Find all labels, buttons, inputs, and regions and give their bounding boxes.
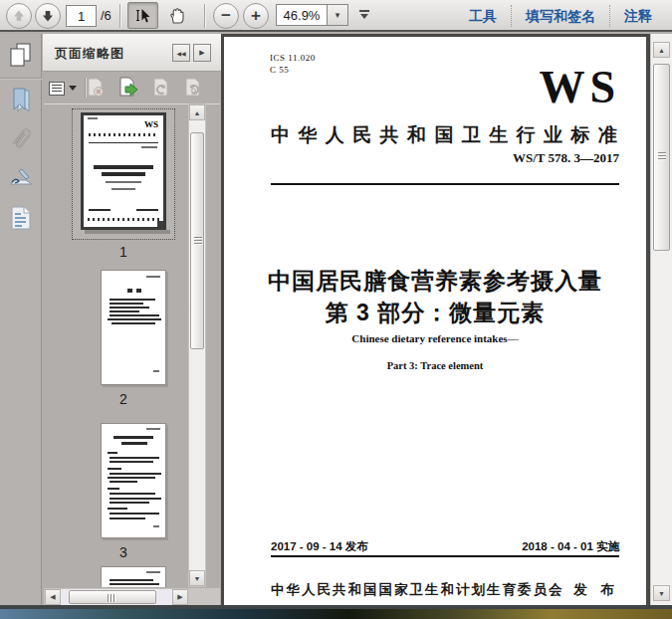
extract-page-button[interactable] — [115, 76, 141, 100]
next-page-button[interactable] — [35, 3, 61, 29]
page-number-input[interactable] — [66, 5, 97, 27]
scrollbar-corner — [189, 588, 220, 606]
page-count-label: /6 — [101, 0, 112, 32]
thumbnails-horizontal-scrollbar[interactable]: ◀ ▶ — [44, 588, 189, 606]
scrollbar-thumb[interactable] — [69, 590, 156, 604]
thumbnails-toolbar — [43, 72, 221, 103]
panel-title: 页面缩略图 — [55, 45, 124, 63]
thumbnail-page-3[interactable] — [101, 423, 166, 538]
double-left-arrow-icon: ◀◀ — [176, 50, 185, 57]
select-tool-button[interactable] — [127, 2, 158, 29]
arrow-up-icon — [11, 8, 27, 24]
standard-number: WS/T 578. 3—2017 — [513, 150, 619, 166]
page-thumbnails-tab[interactable] — [0, 42, 42, 68]
thumbnail-corner-handle — [157, 221, 166, 230]
date-row: 2017 - 09 - 14 发布 2018 - 04 - 01 实施 — [271, 539, 619, 554]
scroll-down-button[interactable]: ▼ — [653, 585, 670, 601]
paperclip-icon — [5, 121, 37, 156]
caret-down-icon — [69, 86, 77, 91]
scrollbar-thumb[interactable] — [653, 64, 670, 251]
thumbnail-page-1[interactable]: WS — [72, 108, 175, 240]
zoom-dropdown-button[interactable]: ▾ — [328, 4, 348, 26]
standard-logo: WS — [539, 65, 620, 110]
thumbnails-vertical-scrollbar[interactable]: ▲ ▼ — [188, 103, 206, 587]
thumbnail-page-4[interactable] — [101, 566, 166, 587]
extract-page-icon — [116, 76, 140, 100]
issue-date: 2017 - 09 - 14 发布 — [271, 539, 368, 554]
zoom-in-button[interactable]: + — [243, 3, 269, 29]
comments-list-tab[interactable] — [0, 205, 42, 231]
options-list-icon — [49, 82, 65, 96]
chevron-down-icon — [360, 14, 368, 19]
implementation-date: 2018 - 04 - 01 实施 — [522, 539, 619, 554]
up-arrow-icon: ▲ — [194, 109, 201, 116]
thumbnail-page-preview: WS — [81, 112, 166, 230]
thumbnail-number: 2 — [72, 391, 175, 407]
scroll-right-button[interactable]: ▶ — [172, 589, 188, 605]
overflow-bar-icon — [359, 10, 369, 12]
desktop-background-strip — [0, 609, 672, 619]
thumbnail-page-2[interactable] — [101, 270, 166, 385]
toolbar-separator — [119, 4, 120, 28]
document-title-line1: 中国居民膳食营养素参考摄入量 — [251, 266, 619, 297]
attachments-tab[interactable] — [0, 123, 42, 155]
navigation-pane-strip — [0, 34, 42, 605]
hand-tool-button[interactable] — [161, 2, 192, 29]
classification-code: C 55 — [270, 65, 289, 75]
ics-code: ICS 11.020 — [270, 53, 316, 63]
toolbar-separator — [204, 4, 205, 28]
toolbar-overflow-button[interactable] — [358, 10, 370, 19]
rotate-right-button[interactable] — [180, 76, 206, 100]
document-lines-icon — [10, 205, 32, 231]
hand-icon — [168, 7, 186, 25]
zoom-level-input[interactable] — [276, 4, 328, 26]
page-thumbnails-panel: 页面缩略图 ◀◀ ▶ — [43, 34, 221, 605]
zoom-out-button[interactable]: − — [213, 3, 239, 29]
fill-sign-button[interactable]: 填写和签名 — [511, 5, 609, 27]
expand-panel-button[interactable]: ▶ — [193, 44, 211, 62]
publisher-row: 中华人民共和国国家卫生和计划生育委员会 发 布 — [271, 581, 619, 599]
main-toolbar: /6 − + ▾ 工具 填写和签名 注释 — [0, 0, 672, 32]
rotate-left-button[interactable] — [148, 76, 174, 100]
document-title-english: Chinese dietary reference intakes— — [251, 332, 619, 344]
bookmarks-tab[interactable] — [0, 88, 42, 114]
document-pane: ICS 11.020 C 55 WS 中华人民共和国卫生行业标准 WS/T 57… — [221, 34, 672, 605]
scrollbar-grip — [658, 152, 666, 161]
document-page[interactable]: ICS 11.020 C 55 WS 中华人民共和国卫生行业标准 WS/T 57… — [224, 37, 646, 605]
collapse-panel-button[interactable]: ◀◀ — [172, 44, 190, 62]
rotate-left-icon — [150, 77, 172, 99]
header-rule — [271, 183, 619, 185]
scroll-up-button[interactable]: ▲ — [189, 104, 205, 120]
scrollbar-thumb[interactable] — [190, 132, 204, 349]
thumbnail-options-button[interactable] — [49, 79, 79, 98]
panel-header: 页面缩略图 ◀◀ ▶ — [43, 34, 221, 72]
scrollbar-grip — [194, 237, 202, 246]
caret-down-icon: ▾ — [336, 10, 340, 20]
down-arrow-icon: ▼ — [658, 590, 665, 597]
left-arrow-icon: ◀ — [50, 593, 55, 601]
signature-icon — [8, 167, 34, 189]
document-subtitle-english: Part 3: Trace element — [251, 360, 619, 371]
delete-page-button[interactable] — [83, 76, 109, 100]
footer-rule — [271, 555, 619, 557]
comment-button[interactable]: 注释 — [609, 5, 666, 27]
publisher-name: 中华人民共和国国家卫生和计划生育委员会 — [271, 581, 564, 599]
toolbar-right-group: 工具 填写和签名 注释 — [455, 0, 666, 32]
select-cursor-icon — [134, 7, 152, 25]
scroll-up-button[interactable]: ▲ — [653, 42, 670, 58]
signatures-tab[interactable] — [0, 167, 42, 189]
tools-button[interactable]: 工具 — [455, 5, 511, 27]
document-vertical-scrollbar[interactable]: ▲ ▼ — [650, 34, 672, 605]
up-arrow-icon: ▲ — [658, 47, 665, 54]
scroll-down-button[interactable]: ▼ — [189, 570, 205, 586]
previous-page-button[interactable] — [6, 3, 32, 29]
thumbnail-number: 3 — [72, 544, 175, 560]
right-arrow-icon: ▶ — [199, 49, 204, 57]
thumbnail-number: 1 — [72, 244, 175, 260]
plus-icon: + — [251, 6, 261, 26]
arrow-down-icon — [40, 8, 56, 24]
scroll-left-button[interactable]: ◀ — [45, 589, 61, 605]
publish-label: 发 布 — [573, 581, 619, 599]
minus-icon: − — [221, 6, 231, 26]
thumb-ws-logo: WS — [144, 119, 158, 129]
